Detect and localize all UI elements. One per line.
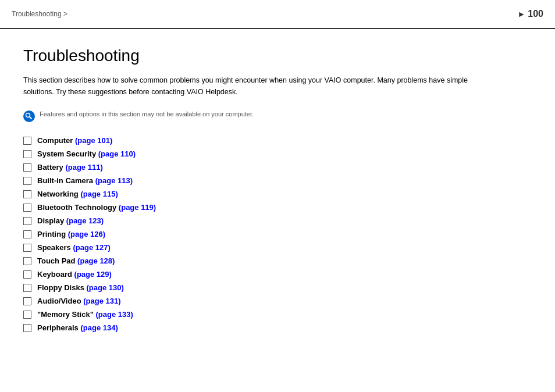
item-label: System Security (page 110) xyxy=(37,149,136,158)
list-item: Built-in Camera (page 113) xyxy=(23,176,500,185)
list-item: Computer (page 101) xyxy=(23,136,500,145)
page-title: Troubleshooting xyxy=(23,47,500,65)
checkbox-icon xyxy=(23,217,31,225)
item-label: Bluetooth Technology (page 119) xyxy=(37,203,156,212)
item-page-link[interactable]: (page 127) xyxy=(73,243,110,252)
checkbox-icon xyxy=(23,284,31,292)
list-item: "Memory Stick" (page 133) xyxy=(23,310,500,319)
list-item: Peripherals (page 134) xyxy=(23,323,500,332)
list-item: System Security (page 110) xyxy=(23,149,500,158)
list-item: Networking (page 115) xyxy=(23,190,500,198)
checkbox-icon xyxy=(23,230,31,238)
checkbox-icon xyxy=(23,137,31,145)
checkbox-icon xyxy=(23,163,31,172)
note-text: Features and options in this section may… xyxy=(40,109,254,119)
item-label: Keyboard (page 129) xyxy=(37,270,112,279)
item-page-link[interactable]: (page 131) xyxy=(83,297,120,305)
page-number: 100 xyxy=(528,9,543,19)
checkbox-icon xyxy=(23,324,31,332)
page-number-area: ► 100 xyxy=(517,9,543,19)
item-label: Audio/Video (page 131) xyxy=(37,297,121,305)
item-page-link[interactable]: (page 123) xyxy=(66,216,104,225)
item-label: Built-in Camera (page 113) xyxy=(37,176,133,185)
item-page-link[interactable]: (page 113) xyxy=(95,176,133,185)
checkbox-icon xyxy=(23,297,31,305)
item-label: Printing (page 126) xyxy=(37,230,105,238)
item-page-link[interactable]: (page 133) xyxy=(95,310,133,319)
item-page-link[interactable]: (page 129) xyxy=(74,270,112,279)
item-label: Peripherals (page 134) xyxy=(37,323,118,332)
toc-list: Computer (page 101)System Security (page… xyxy=(23,136,500,332)
item-page-link[interactable]: (page 115) xyxy=(80,190,118,198)
checkbox-icon xyxy=(23,177,31,185)
item-page-link[interactable]: (page 111) xyxy=(65,163,102,172)
list-item: Keyboard (page 129) xyxy=(23,270,500,279)
item-label: "Memory Stick" (page 133) xyxy=(37,310,133,319)
item-page-link[interactable]: (page 134) xyxy=(80,323,118,332)
item-label: Touch Pad (page 128) xyxy=(37,256,115,265)
item-page-link[interactable]: (page 128) xyxy=(77,256,115,265)
main-content: Troubleshooting This section describes h… xyxy=(0,29,524,360)
checkbox-icon xyxy=(23,204,31,212)
top-bar: Troubleshooting > ► 100 xyxy=(0,0,555,29)
list-item: Battery (page 111) xyxy=(23,163,500,172)
item-page-link[interactable]: (page 126) xyxy=(68,230,105,238)
note-box: Features and options in this section may… xyxy=(23,109,500,122)
item-label: Networking (page 115) xyxy=(37,190,118,198)
checkbox-icon xyxy=(23,257,31,265)
checkbox-icon xyxy=(23,311,31,319)
info-icon-svg xyxy=(23,111,35,122)
item-page-link[interactable]: (page 119) xyxy=(119,203,156,212)
list-item: Touch Pad (page 128) xyxy=(23,256,500,265)
list-item: Audio/Video (page 131) xyxy=(23,297,500,305)
checkbox-icon xyxy=(23,190,31,198)
item-label: Floppy Disks (page 130) xyxy=(37,283,124,292)
list-item: Bluetooth Technology (page 119) xyxy=(23,203,500,212)
item-label: Speakers (page 127) xyxy=(37,243,111,252)
checkbox-icon xyxy=(23,270,31,279)
arrow-icon: ► xyxy=(517,9,525,19)
intro-paragraph: This section describes how to solve comm… xyxy=(23,74,500,98)
breadcrumb: Troubleshooting > xyxy=(12,10,67,18)
item-page-link[interactable]: (page 101) xyxy=(75,136,112,145)
list-item: Printing (page 126) xyxy=(23,230,500,238)
list-item: Display (page 123) xyxy=(23,216,500,225)
checkbox-icon xyxy=(23,150,31,158)
note-icon xyxy=(23,111,35,122)
list-item: Floppy Disks (page 130) xyxy=(23,283,500,292)
item-label: Display (page 123) xyxy=(37,216,104,225)
item-page-link[interactable]: (page 110) xyxy=(98,149,136,158)
item-label: Computer (page 101) xyxy=(37,136,112,145)
list-item: Speakers (page 127) xyxy=(23,243,500,252)
item-page-link[interactable]: (page 130) xyxy=(87,283,124,292)
checkbox-icon xyxy=(23,244,31,252)
item-label: Battery (page 111) xyxy=(37,163,103,172)
